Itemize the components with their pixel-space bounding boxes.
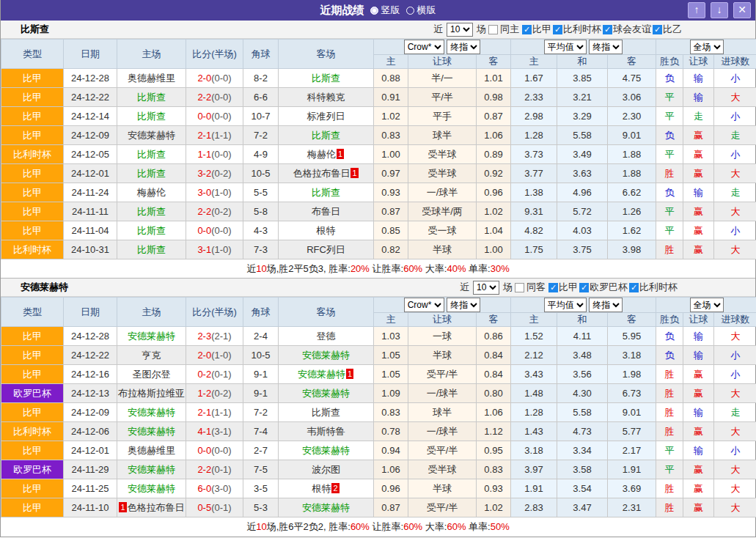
cell-handicap-result: 输 <box>683 346 714 365</box>
match-row: 比甲 24-12-28 安德莱赫特 2-3(2-1) 2-4 登德 1.03 一… <box>1 327 756 346</box>
cell-asian-away-odds: 0.80 <box>477 384 511 403</box>
cell-wdl-result: 平 <box>656 460 683 479</box>
odds-stage-select[interactable]: 终指 <box>447 40 480 54</box>
team-text: 奥德赫维里 <box>128 445 175 456</box>
cell-euro-draw-odds: 3.47 <box>557 498 608 517</box>
match-row: 比甲 24-12-22 亨克 2-0(1-0) 10-5 安德莱赫特 1.05 … <box>1 346 756 365</box>
scope-header: 全场 <box>656 40 756 55</box>
cell-handicap: 半球 <box>408 240 477 259</box>
same-venue-checkbox[interactable] <box>515 283 524 292</box>
panel-title: 近期战绩 <box>320 4 364 18</box>
cell-asian-away-odds: 0.96 <box>477 183 511 202</box>
cell-goals-result: 走 <box>714 403 756 422</box>
cell-league: 比甲 <box>1 88 64 107</box>
move-down-button[interactable]: ↓ <box>711 2 728 18</box>
cell-away-team: 比斯查 <box>279 69 374 88</box>
cell-home-team: 奥德赫维里 <box>117 441 186 460</box>
col-header-date: 日期 <box>64 40 117 69</box>
move-up-button[interactable]: ↑ <box>688 2 705 18</box>
cell-wdl-result: 胜 <box>656 479 683 498</box>
match-row: 比甲 24-12-01 比斯查 3-2(0-2) 10-5 色格拉布鲁日1 0.… <box>1 164 756 183</box>
summary-segment: 大率: <box>422 521 447 532</box>
same-venue-checkbox[interactable] <box>488 25 498 34</box>
euro-stage-select[interactable]: 终指 <box>589 298 623 312</box>
cell-wdl-result: 平 <box>656 202 683 221</box>
recent-results-panel: 近期战绩 竖版 横版 ↑ ↓ ✕ 比斯查 近 10 场 <box>0 0 756 537</box>
cell-wdl-result: 平 <box>656 88 683 107</box>
cell-league: 比甲 <box>1 346 64 365</box>
cell-home-team: 安德莱赫特 <box>117 403 186 422</box>
team-text: 布拉格斯拉维亚 <box>118 388 185 399</box>
match-row: 欧罗巴杯 24-11-29 安德莱赫特 2-2(0-1) 7-5 波尔图 1.0… <box>1 460 756 479</box>
cell-home-team: 比斯查 <box>117 164 186 183</box>
odds-company-select[interactable]: Crow* <box>404 298 444 312</box>
league-checkbox[interactable]: ✓ <box>579 283 589 292</box>
cell-handicap-result: 赢 <box>683 384 714 403</box>
cell-away-team: 科特赖克 <box>279 88 374 107</box>
cell-handicap: 半球 <box>408 346 477 365</box>
half-score: (0-2) <box>211 206 231 217</box>
full-score: 2-2 <box>197 206 211 217</box>
cell-score: 2-0(1-0) <box>186 346 243 365</box>
cell-home-team: 梅赫伦 <box>117 183 186 202</box>
team-text: 色格拉布鲁日 <box>293 168 350 179</box>
full-score: 3-1 <box>197 244 211 255</box>
cell-euro-draw-odds: 3.49 <box>557 145 608 164</box>
cell-asian-away-odds: 0.89 <box>477 145 511 164</box>
team-section-bisicha: 比斯查 近 10 场 同主 ✓比甲✓比利时杯✓球会友谊✓比乙 <box>1 21 755 279</box>
vertical-layout-radio[interactable] <box>370 7 378 15</box>
league-label: 欧罗巴杯 <box>590 281 628 294</box>
recent-count-select[interactable]: 10 <box>473 281 499 295</box>
cell-wdl-result: 胜 <box>656 365 683 384</box>
cell-corners: 2-4 <box>243 327 279 346</box>
cell-home-team: 比斯查 <box>117 202 186 221</box>
cell-euro-draw-odds: 4.96 <box>557 183 608 202</box>
league-checkbox[interactable]: ✓ <box>629 283 639 292</box>
half-score: (0-2) <box>211 388 231 399</box>
league-checkbox[interactable]: ✓ <box>653 25 662 34</box>
half-score: (0-0) <box>211 149 231 160</box>
cell-away-team: 安德莱赫特 <box>279 441 374 460</box>
cell-date: 24-12-22 <box>64 346 117 365</box>
sub-header-goals: 进球数 <box>714 55 756 69</box>
cell-asian-home-odds: 0.93 <box>374 183 408 202</box>
euro-company-select[interactable]: 平均值 <box>544 298 587 312</box>
cell-handicap: 受半球 <box>408 145 477 164</box>
league-checkbox[interactable]: ✓ <box>553 25 562 34</box>
euro-company-select[interactable]: 平均值 <box>544 40 587 54</box>
title-bar: 近期战绩 竖版 横版 ↑ ↓ ✕ <box>1 0 755 21</box>
recent-count-select[interactable]: 10 <box>447 23 473 37</box>
col-header-home: 主场 <box>117 40 186 69</box>
cell-goals-result: 大 <box>714 422 756 441</box>
scope-select[interactable]: 全场 <box>690 40 724 54</box>
cell-corners: 9-1 <box>243 384 279 403</box>
vertical-layout-label[interactable]: 竖版 <box>381 4 400 17</box>
odds-company-select[interactable]: Crow* <box>404 40 444 54</box>
cell-wdl-result: 胜 <box>656 422 683 441</box>
horizontal-layout-radio[interactable] <box>406 7 414 15</box>
team-text: 安德莱赫特 <box>128 426 175 437</box>
scope-select[interactable]: 全场 <box>690 298 724 312</box>
cell-wdl-result: 负 <box>656 126 683 145</box>
odds-stage-select[interactable]: 终指 <box>447 298 480 312</box>
cell-euro-home-odds: 1.43 <box>511 422 557 441</box>
league-checkbox[interactable]: ✓ <box>548 283 558 292</box>
team-text: 安德莱赫特 <box>302 502 350 513</box>
summary-segment: 大率: <box>422 263 447 274</box>
team-section-anderlecht: 安德莱赫特 近 10 场 同客 ✓比甲✓欧罗巴杯✓比利时杯 类 <box>1 279 755 537</box>
col-header-league: 类型 <box>1 40 64 69</box>
league-checkbox[interactable]: ✓ <box>603 25 612 34</box>
close-button[interactable]: ✕ <box>733 2 751 18</box>
cell-date: 24-12-16 <box>64 365 117 384</box>
horizontal-layout-label[interactable]: 横版 <box>417 4 436 17</box>
euro-stage-select[interactable]: 终指 <box>589 40 623 54</box>
cell-asian-away-odds: 0.95 <box>477 441 511 460</box>
rank-badge: 1 <box>346 369 353 379</box>
league-checkbox[interactable]: ✓ <box>522 25 532 34</box>
cell-away-team: 安德莱赫特 <box>279 346 374 365</box>
cell-asian-away-odds: 1.12 <box>477 422 511 441</box>
filter-bar: 比斯查 近 10 场 同主 ✓比甲✓比利时杯✓球会友谊✓比乙 <box>1 21 755 39</box>
cell-handicap: 球半 <box>408 403 477 422</box>
summary-line: 近10场,胜2平5负3, 胜率:20% 让胜率:60% 大率:40% 单率:30… <box>1 259 755 279</box>
cell-euro-draw-odds: 3.56 <box>557 365 608 384</box>
